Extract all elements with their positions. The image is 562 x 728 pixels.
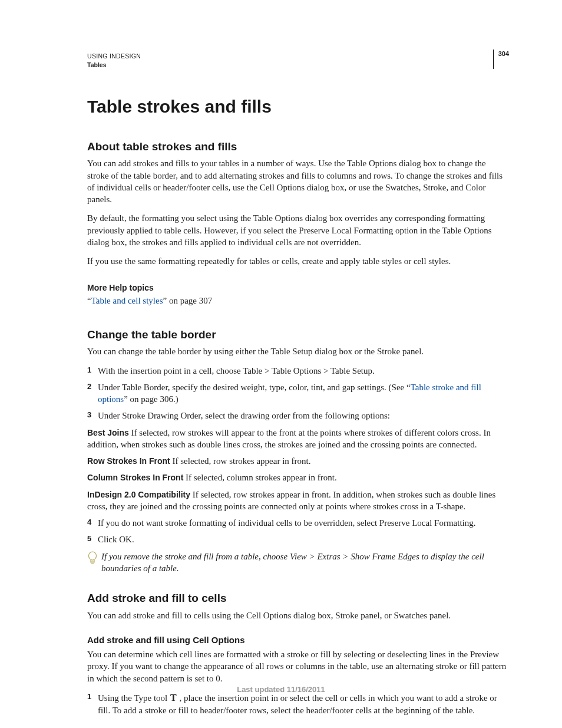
steps-list: Using the Type tool T , place the insert… [87, 691, 509, 716]
def-term-best-joins: Best Joins [87, 428, 129, 437]
steps-list-continued: If you do not want stroke formatting of … [87, 517, 509, 546]
running-title: USING INDESIGN [87, 52, 141, 60]
step-text: With the insertion point in a cell, choo… [98, 366, 375, 375]
step-text: Under Table Border, specify the desired … [98, 383, 411, 392]
list-item: Using the Type tool T , place the insert… [87, 691, 509, 716]
definition: Column Strokes In Front If selected, col… [87, 472, 509, 483]
help-link-rest: ” on page 307 [163, 296, 213, 305]
body-text: You can determine which cell lines are f… [87, 648, 509, 684]
running-section: Tables [87, 61, 141, 69]
section-heading-change-border: Change the table border [87, 327, 509, 342]
body-text: By default, the formatting you select us… [87, 212, 509, 248]
list-item: With the insertion point in a cell, choo… [87, 365, 509, 377]
body-text: You can add strokes and fills to your ta… [87, 157, 509, 205]
list-item: Under Stroke Drawing Order, select the d… [87, 410, 509, 421]
definition: Row Strokes In Front If selected, row st… [87, 455, 509, 467]
def-text: If selected, row strokes will appear to … [87, 428, 491, 449]
page-header: USING INDESIGN Tables 304 [87, 52, 509, 69]
step-text: ” on page 306.) [124, 394, 178, 404]
step-text: If you do not want stroke formatting of … [98, 518, 476, 528]
step-text: Click OK. [98, 535, 134, 544]
svg-point-0 [89, 552, 97, 560]
page-footer: Last updated 11/16/2011 [0, 684, 562, 695]
list-item: If you do not want stroke formatting of … [87, 517, 509, 529]
tip: If you remove the stroke and fill from a… [87, 551, 509, 575]
page-number-wrap: 304 [493, 50, 509, 69]
help-link-line: “Table and cell styles” on page 307 [87, 295, 509, 307]
def-text: If selected, row strokes appear in front… [170, 456, 311, 466]
tip-text: If you remove the stroke and fill from a… [101, 551, 509, 575]
lightbulb-icon [87, 551, 98, 565]
section-heading-about: About table strokes and fills [87, 139, 509, 154]
body-text: You can add stroke and fill to cells usi… [87, 610, 509, 621]
list-item: Under Table Border, specify the desired … [87, 381, 509, 406]
step-text: Under Stroke Drawing Order, select the d… [98, 411, 390, 420]
def-term-row-front: Row Strokes In Front [87, 456, 170, 466]
body-text: You can change the table border by using… [87, 345, 509, 357]
subsection-heading-cell-options: Add stroke and fill using Cell Options [87, 634, 509, 646]
page-number: 304 [498, 50, 509, 58]
list-item: Click OK. [87, 533, 509, 545]
def-text: If selected, column strokes appear in fr… [183, 473, 336, 482]
definition: Best Joins If selected, row strokes will… [87, 427, 509, 451]
def-term-compat: InDesign 2.0 Compatibility [87, 490, 190, 499]
steps-list: With the insertion point in a cell, choo… [87, 365, 509, 422]
definition: InDesign 2.0 Compatibility If selected, … [87, 489, 509, 513]
section-heading-add-stroke-fill: Add stroke and fill to cells [87, 591, 509, 606]
link-table-cell-styles[interactable]: Table and cell styles [91, 296, 163, 305]
running-head-left: USING INDESIGN Tables [87, 52, 141, 69]
page-title: Table strokes and fills [87, 95, 509, 119]
quote-open: “ [87, 296, 91, 305]
body-text: If you use the same formatting repeatedl… [87, 255, 509, 267]
def-term-col-front: Column Strokes In Front [87, 473, 183, 482]
more-help-heading: More Help topics [87, 282, 509, 294]
